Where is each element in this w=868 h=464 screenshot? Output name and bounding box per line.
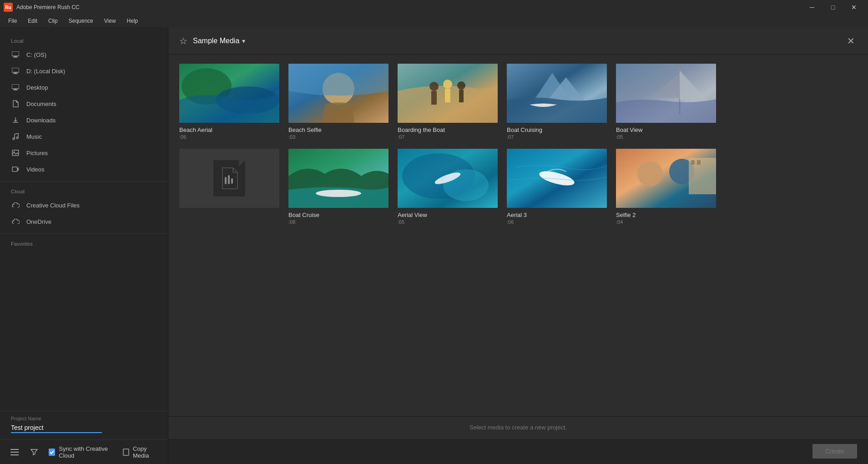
media-card-aerial2[interactable]: Aerial View :05 [398,149,498,225]
media-card-boat-view[interactable]: Boat View :05 [616,64,716,140]
sidebar-item-videos[interactable]: Videos [0,161,168,177]
menu-edit[interactable]: Edit [23,16,42,26]
svg-rect-22 [431,91,437,105]
svg-point-21 [429,82,439,91]
media-thumbnail-boat-cruising [507,64,607,123]
media-card-beach-selfie[interactable]: Beach Selfie :03 [288,64,389,140]
media-card-selfie2[interactable]: Selfie 2 :04 [616,149,716,225]
svg-point-23 [443,80,452,89]
media-card-boat-cruising[interactable]: Boat Cruising :07 [507,64,607,140]
sidebar: Local C: (OS) [0,27,168,464]
media-grid: Beach Aerial :06 [168,55,868,416]
pictures-icon [11,148,20,157]
svg-rect-2 [13,57,18,58]
media-card-audio[interactable] [179,149,279,225]
svg-rect-24 [445,89,450,102]
window-close-button[interactable]: ✕ [843,0,864,15]
menu-clip[interactable]: Clip [44,16,62,26]
copy-media-label: Copy Media [133,445,159,459]
media-name-aerial2: Aerial View [398,212,498,218]
media-name-boat-view: Boat View [616,126,716,133]
content-header: ☆ Sample Media ▾ ✕ [168,27,868,55]
main-layout: Local C: (OS) [0,27,868,464]
menu-file[interactable]: File [4,16,21,26]
create-button[interactable]: Create [812,444,857,459]
menu-bar: File Edit Clip Sequence View Help [0,15,868,27]
sidebar-local-label: Local [0,35,168,46]
media-card-aerial3[interactable]: Aerial 3 :06 [507,149,607,225]
svg-rect-6 [12,84,19,89]
media-name-boat-cruise2: Boat Cruise [288,212,389,218]
media-card-boat-cruise2[interactable]: Boat Cruise :08 [288,149,389,225]
media-name-aerial3: Aerial 3 [507,212,607,218]
hamburger-menu-button[interactable] [9,446,20,459]
copy-media-checkbox-item[interactable]: Copy Media [123,445,159,459]
bottom-toolbar: Sync with Creative Cloud Copy Media [0,439,168,464]
svg-rect-13 [10,452,19,453]
filter-button[interactable] [29,446,40,459]
project-name-input[interactable] [11,423,102,433]
window-controls: ─ □ ✕ [802,0,864,15]
app-title: Adobe Premiere Rush CC [16,4,798,10]
monitor-icon [11,50,20,59]
media-duration-selfie2: :04 [616,219,716,225]
minimize-button[interactable]: ─ [802,0,823,15]
sidebar-item-c-drive[interactable]: C: (OS) [0,46,168,63]
c-drive-label: C: (OS) [26,51,46,58]
media-duration-boarding: :07 [398,134,498,140]
menu-sequence[interactable]: Sequence [64,16,98,26]
onedrive-label: OneDrive [26,218,51,225]
maximize-button[interactable]: □ [823,0,843,15]
media-thumbnail-beach-aerial [179,64,279,123]
sidebar-item-desktop[interactable]: Desktop [0,79,168,96]
sidebar-item-documents[interactable]: Documents [0,96,168,112]
media-thumbnail-selfie2 [616,149,716,208]
media-card-beach-aerial[interactable]: Beach Aerial :06 [179,64,279,140]
music-label: Music [26,133,42,140]
media-title: Sample Media [193,37,239,45]
media-card-boarding[interactable]: Boarding the Boat :07 [398,64,498,140]
sidebar-item-music[interactable]: Music [0,128,168,145]
sidebar-content: Local C: (OS) [0,27,168,411]
svg-rect-7 [14,89,17,90]
monitor-icon-3 [11,83,20,92]
svg-rect-14 [10,454,19,455]
media-duration-aerial2: :05 [398,219,498,225]
media-title-container[interactable]: Sample Media ▾ [193,37,245,45]
sidebar-item-downloads[interactable]: Downloads [0,112,168,128]
media-thumbnail-boarding [398,64,498,123]
svg-rect-45 [691,160,695,165]
media-grid-row-1: Beach Aerial :06 [179,64,857,140]
menu-view[interactable]: View [100,16,121,26]
creative-cloud-icon [11,201,20,210]
creative-cloud-label: Creative Cloud Files [26,202,80,209]
d-drive-label: D: (Local Disk) [26,68,65,75]
sync-checkbox[interactable] [49,449,55,456]
media-duration-beach-selfie: :03 [288,134,389,140]
svg-rect-5 [13,73,18,74]
menu-help[interactable]: Help [122,16,143,26]
sidebar-item-d-drive[interactable]: D: (Local Disk) [0,63,168,79]
title-bar: Ru Adobe Premiere Rush CC ─ □ ✕ [0,0,868,15]
dropdown-chevron-icon: ▾ [242,37,245,45]
favorite-star-icon[interactable]: ☆ [179,35,187,46]
sync-checkbox-item[interactable]: Sync with Creative Cloud [49,445,114,459]
sidebar-divider-2 [0,233,168,234]
onedrive-icon [11,217,20,226]
videos-label: Videos [26,166,45,173]
svg-point-25 [457,81,465,90]
downloads-label: Downloads [26,117,56,124]
sidebar-item-onedrive[interactable]: OneDrive [0,213,168,230]
desktop-label: Desktop [26,84,48,91]
audio-file-icon [213,160,245,197]
media-thumbnail-aerial3 [507,149,607,208]
sidebar-item-creative-cloud[interactable]: Creative Cloud Files [0,197,168,213]
copy-media-checkbox[interactable] [123,449,129,456]
sidebar-item-pictures[interactable]: Pictures [0,145,168,161]
content-header-left: ☆ Sample Media ▾ [179,35,245,46]
close-panel-button[interactable]: ✕ [844,35,857,47]
svg-rect-8 [13,90,18,91]
svg-point-34 [316,190,361,197]
media-name-boat-cruising: Boat Cruising [507,126,607,133]
svg-rect-31 [228,175,230,184]
